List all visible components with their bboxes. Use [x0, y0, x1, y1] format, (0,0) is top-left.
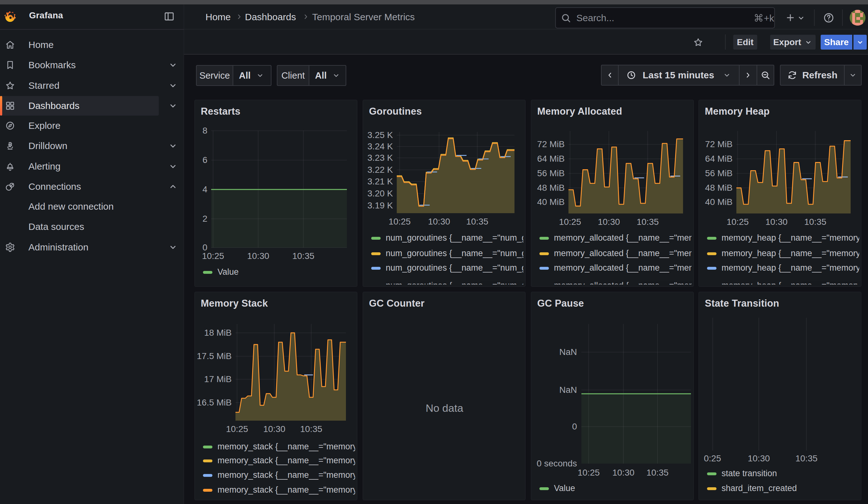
- svg-text:0:25: 0:25: [704, 453, 721, 463]
- svg-text:10:35: 10:35: [637, 217, 659, 227]
- svg-text:16.5 MiB: 16.5 MiB: [197, 398, 232, 407]
- svg-text:3.24 K: 3.24 K: [368, 142, 393, 151]
- svg-text:3.19 K: 3.19 K: [368, 200, 393, 210]
- svg-text:17 MiB: 17 MiB: [204, 374, 232, 384]
- svg-text:3.25 K: 3.25 K: [368, 130, 393, 140]
- svg-text:3.23 K: 3.23 K: [368, 153, 393, 163]
- svg-text:8: 8: [202, 126, 207, 135]
- svg-text:NaN: NaN: [559, 347, 577, 357]
- svg-text:10:35: 10:35: [466, 217, 488, 226]
- svg-text:10:25: 10:25: [226, 424, 248, 434]
- svg-text:10:25: 10:25: [578, 468, 600, 477]
- svg-text:10:30: 10:30: [247, 251, 269, 261]
- svg-text:72 MiB: 72 MiB: [537, 139, 565, 149]
- svg-text:10:25: 10:25: [559, 217, 581, 227]
- svg-text:4: 4: [202, 184, 207, 194]
- svg-text:10:25: 10:25: [389, 217, 411, 226]
- svg-text:56 MiB: 56 MiB: [705, 168, 733, 178]
- svg-text:64 MiB: 64 MiB: [537, 154, 565, 164]
- svg-text:72 MiB: 72 MiB: [705, 139, 733, 149]
- svg-text:40 MiB: 40 MiB: [537, 197, 565, 207]
- svg-text:48 MiB: 48 MiB: [537, 183, 565, 193]
- svg-text:10:30: 10:30: [748, 453, 770, 463]
- svg-text:10:30: 10:30: [263, 424, 285, 434]
- svg-text:10:25: 10:25: [726, 217, 749, 227]
- svg-text:48 MiB: 48 MiB: [705, 183, 733, 193]
- svg-text:0: 0: [572, 422, 577, 431]
- svg-text:10:35: 10:35: [300, 424, 322, 434]
- svg-text:0 seconds: 0 seconds: [537, 459, 577, 468]
- svg-text:3.20 K: 3.20 K: [368, 188, 393, 198]
- svg-text:17.5 MiB: 17.5 MiB: [197, 351, 232, 361]
- svg-text:10:30: 10:30: [612, 468, 634, 477]
- svg-text:64 MiB: 64 MiB: [705, 154, 733, 164]
- svg-text:10:30: 10:30: [598, 217, 620, 227]
- svg-text:10:35: 10:35: [647, 468, 669, 477]
- svg-text:10:25: 10:25: [202, 251, 224, 261]
- svg-text:10:35: 10:35: [804, 217, 826, 227]
- svg-text:10:30: 10:30: [765, 217, 787, 227]
- svg-text:10:35: 10:35: [795, 453, 817, 463]
- svg-text:3.22 K: 3.22 K: [368, 165, 393, 175]
- svg-text:18 MiB: 18 MiB: [204, 328, 232, 338]
- svg-text:6: 6: [202, 155, 207, 165]
- svg-text:10:35: 10:35: [292, 251, 314, 261]
- svg-text:40 MiB: 40 MiB: [705, 197, 733, 207]
- svg-text:56 MiB: 56 MiB: [537, 168, 565, 178]
- svg-text:10:30: 10:30: [428, 217, 450, 226]
- svg-text:NaN: NaN: [559, 385, 577, 395]
- svg-text:3.21 K: 3.21 K: [368, 176, 393, 186]
- svg-text:2: 2: [202, 214, 207, 224]
